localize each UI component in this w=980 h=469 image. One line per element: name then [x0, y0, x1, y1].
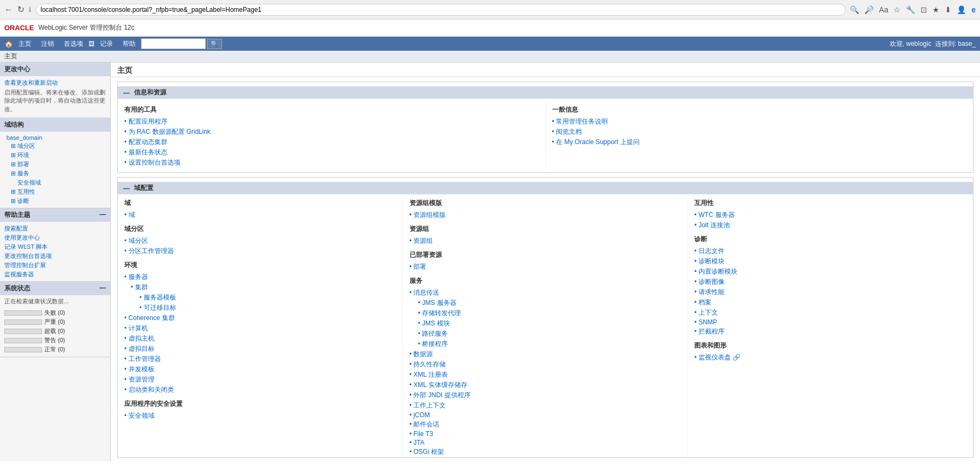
link-configure-app[interactable]: 配置应用程序	[124, 117, 539, 127]
link-jms-server[interactable]: JMS 服务器	[410, 298, 681, 308]
link-rac-gridlink[interactable]: 为 RAC 数据源配置 GridLink	[124, 127, 539, 137]
link-diag-image[interactable]: 诊断图像	[694, 277, 966, 287]
tree-deployment[interactable]: ⊞ 部署	[4, 160, 106, 169]
change-center-header[interactable]: 更改中心	[0, 63, 110, 76]
tree-base-domain[interactable]: base_domain	[4, 134, 106, 141]
system-status-header[interactable]: 系统状态 —	[0, 282, 110, 295]
link-persistent-store[interactable]: 持久性存储	[410, 359, 681, 370]
link-jndi[interactable]: 外部 JNDI 提供程序	[410, 390, 681, 400]
link-deployments[interactable]: 部署	[410, 262, 681, 272]
home-icon: 🏠	[4, 40, 13, 48]
star-icon: ☆	[894, 5, 901, 14]
tree-security[interactable]: 安全领域	[4, 178, 106, 187]
help-link-change[interactable]: 使用更改中心	[4, 233, 106, 242]
link-resource-groups[interactable]: 资源组	[410, 236, 681, 246]
link-startup-shutdown[interactable]: 启动类和关闭类	[124, 385, 396, 395]
status-collapse-icon[interactable]: —	[99, 284, 106, 293]
sidebar: 更改中心 查看更改和重新启动 启用配置编辑。将来在修改、添加或删除此域中的项目时…	[0, 63, 111, 461]
link-servers[interactable]: 服务器	[124, 272, 396, 282]
help-link-search[interactable]: 搜索配置	[4, 224, 106, 233]
link-file-t3[interactable]: File T3	[410, 430, 681, 438]
link-diag-module[interactable]: 诊断模块	[694, 256, 966, 267]
link-wtc[interactable]: WTC 服务器	[694, 210, 966, 220]
link-virtual-hosts[interactable]: 虚拟主机	[124, 334, 396, 344]
search-input[interactable]	[141, 38, 206, 49]
link-concurrent-templates[interactable]: 并发模板	[124, 364, 396, 375]
link-coherence[interactable]: Coherence 集群	[124, 313, 396, 323]
link-bridge[interactable]: 桥接程序	[410, 339, 681, 349]
nav-help[interactable]: 帮助	[118, 38, 140, 50]
link-security-realms[interactable]: 安全领域	[124, 411, 396, 421]
tree-diagnostics[interactable]: ⊞ 诊断	[4, 196, 106, 206]
link-osgi[interactable]: OSGi 框架	[410, 447, 681, 457]
link-path-service[interactable]: 路径服务	[410, 329, 681, 339]
top-nav: 🏠 主页 注销 首选项 🖼 记录 帮助 🔍 欢迎, weblogic 连接到: …	[0, 37, 980, 51]
help-topics-header[interactable]: 帮助主题 —	[0, 208, 110, 222]
link-docs[interactable]: 阅览文档	[552, 127, 967, 137]
link-resource-mgmt[interactable]: 资源管理	[124, 375, 396, 385]
change-center-link[interactable]: 查看更改和重新启动	[4, 78, 106, 87]
back-button[interactable]: ←	[4, 5, 13, 15]
refresh-button[interactable]: ↻	[17, 4, 24, 15]
help-link-monitor[interactable]: 监视服务器	[4, 270, 106, 279]
link-clusters[interactable]: 集群	[131, 282, 396, 293]
link-partition[interactable]: 域分区	[124, 236, 396, 246]
link-virtual-targets[interactable]: 虚拟目标	[124, 344, 396, 354]
status-bar-warning	[4, 338, 42, 343]
help-link-wlst[interactable]: 记录 WLST 脚本	[4, 242, 106, 252]
link-oracle-support[interactable]: 在 My Oracle Support 上提问	[552, 137, 967, 147]
link-dynamic-cluster[interactable]: 配置动态集群	[124, 137, 539, 147]
url-bar[interactable]	[36, 4, 845, 16]
link-jcom[interactable]: jCOM	[410, 411, 681, 419]
link-admin-tasks[interactable]: 常用管理任务说明	[552, 117, 967, 127]
link-xml-entity[interactable]: XML 实体缓存储存	[410, 380, 681, 390]
domain-structure-header[interactable]: 域结构	[0, 118, 110, 132]
link-server-templates[interactable]: 服务器模板	[131, 293, 396, 303]
link-archive[interactable]: 档案	[694, 297, 966, 308]
link-jta[interactable]: JTA	[410, 438, 681, 447]
tree-environment[interactable]: ⊞ 环境	[4, 151, 106, 160]
security-app-header: 应用程序的安全设置	[124, 399, 396, 409]
nav-home[interactable]: 主页	[14, 38, 36, 50]
nav-records[interactable]: 记录	[96, 38, 117, 50]
link-xml-registry[interactable]: XML 注册表	[410, 370, 681, 380]
status-label-overload: 超载 (0)	[44, 327, 65, 335]
nav-logout[interactable]: 注销	[37, 38, 58, 50]
link-dashboard[interactable]: 监视仪表盘 🔗	[694, 352, 966, 363]
link-work-context[interactable]: 工作上下文	[410, 400, 681, 411]
ie-icon: e	[971, 5, 976, 14]
link-interceptor[interactable]: 拦截程序	[694, 327, 966, 337]
link-log-files[interactable]: 日志文件	[694, 246, 966, 256]
link-jolt[interactable]: Jolt 连接池	[694, 220, 966, 230]
link-machines[interactable]: 计算机	[124, 323, 396, 334]
link-mail-session[interactable]: 邮件会话	[410, 419, 681, 430]
link-work-managers[interactable]: 工作管理器	[124, 354, 396, 364]
diagnostics-header: 诊断	[694, 235, 966, 244]
link-datasource[interactable]: 数据源	[410, 349, 681, 359]
link-resource-templates[interactable]: 资源组模版	[410, 210, 681, 220]
link-domain[interactable]: 域	[124, 210, 396, 220]
link-migratable-targets[interactable]: 可迁移目标	[131, 303, 396, 313]
link-saf-agent[interactable]: 存储转发代理	[410, 308, 681, 318]
oracle-logo: ORACLE	[4, 24, 34, 32]
help-link-admin[interactable]: 管理控制台扩展	[4, 261, 106, 270]
link-request-perf[interactable]: 请求性能	[694, 287, 966, 297]
link-snmp[interactable]: SNMP	[694, 318, 966, 327]
link-context[interactable]: 上下文	[694, 308, 966, 318]
help-link-prefs[interactable]: 更改控制台首选项	[4, 252, 106, 261]
link-console-prefs[interactable]: 设置控制台首选项	[124, 158, 539, 168]
link-builtin-diag[interactable]: 内置诊断模块	[694, 267, 966, 277]
search-button[interactable]: 🔍	[207, 39, 222, 49]
help-collapse-icon[interactable]: —	[99, 210, 106, 220]
nav-preferences[interactable]: 首选项	[59, 38, 88, 50]
welcome-text: 欢迎, weblogic 连接到: base_	[890, 39, 976, 49]
tree-domain-partition[interactable]: ⊞ 域分区	[4, 141, 106, 151]
link-partition-manager[interactable]: 分区工作管理器	[124, 246, 396, 256]
help-topics-title: 帮助主题	[4, 210, 30, 220]
link-task-status[interactable]: 最新任务状态	[124, 147, 539, 158]
tree-services[interactable]: ⊞ 服务	[4, 169, 106, 178]
main-layout: 更改中心 查看更改和重新启动 启用配置编辑。将来在修改、添加或删除此域中的项目时…	[0, 63, 980, 461]
link-messaging[interactable]: 消息传送	[410, 288, 681, 298]
link-jms-module[interactable]: JMS 模块	[410, 318, 681, 329]
tree-interop[interactable]: ⊞ 互用性	[4, 187, 106, 196]
